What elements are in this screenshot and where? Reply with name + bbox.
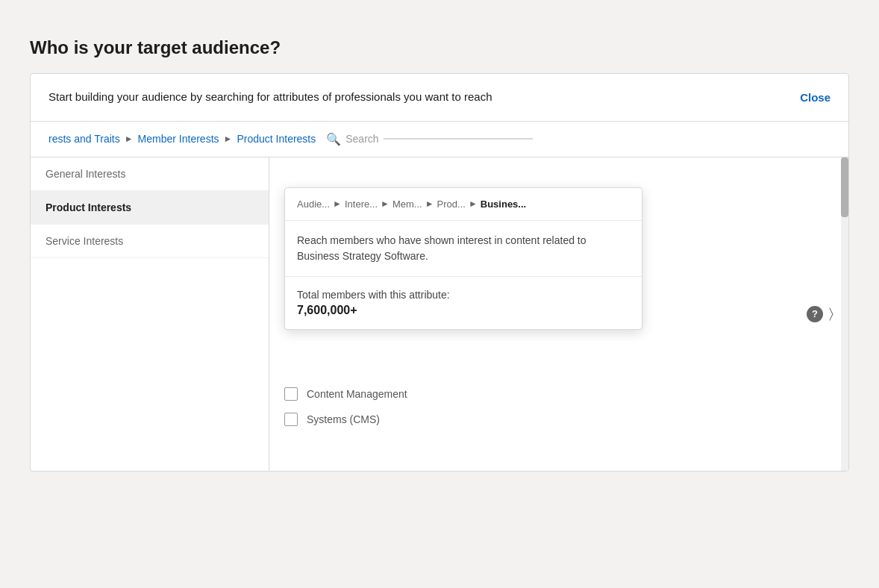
tooltip-bc-audie: Audie... <box>297 198 330 210</box>
page-wrapper: Who is your target audience? Start build… <box>15 15 864 588</box>
close-button[interactable]: Close <box>800 91 830 104</box>
breadcrumb-item-interests[interactable]: rests and Traits <box>49 133 120 145</box>
chevron-right-icon[interactable]: 〉 <box>829 306 833 322</box>
tooltip-desc-text: Reach members who have shown interest in… <box>297 234 586 262</box>
search-placeholder-text: Search <box>345 133 378 145</box>
breadcrumb-item-member[interactable]: Member Interests <box>138 133 219 145</box>
page-title: Who is your target audience? <box>30 37 849 58</box>
tooltip-bc-intere: Intere... <box>345 198 378 210</box>
right-items: Content Management Systems (CMS) <box>269 374 848 440</box>
item-label-cms1: Content Management <box>307 388 407 400</box>
main-card: Start building your audience by searchin… <box>30 73 849 472</box>
breadcrumb-item-product[interactable]: Product Interests <box>237 133 316 145</box>
search-underline <box>384 138 533 140</box>
breadcrumb-sep-1: ► <box>125 134 134 144</box>
main-content: Audie... ► Intere... ► Mem... ► Prod... … <box>269 157 848 471</box>
tooltip-description: Reach members who have shown interest in… <box>285 221 642 277</box>
help-icon[interactable]: ? <box>807 306 823 322</box>
tooltip-sep-1: ► <box>333 198 342 209</box>
item-checkbox-cms[interactable] <box>284 387 298 401</box>
nav-arrow-area: ? 〉 <box>807 306 833 322</box>
header-description: Start building your audience by searchin… <box>49 89 492 106</box>
sidebar-item-general[interactable]: General Interests <box>31 157 269 191</box>
sidebar-item-service[interactable]: Service Interests <box>31 225 269 258</box>
tooltip-stats-label: Total members with this attribute: <box>297 289 630 301</box>
tooltip-breadcrumb: Audie... ► Intere... ► Mem... ► Prod... … <box>285 188 642 221</box>
item-label-cms2: Systems (CMS) <box>307 413 380 425</box>
tooltip-sep-3: ► <box>425 198 434 209</box>
tooltip-sep-4: ► <box>469 198 478 209</box>
content-area: General Interests Product Interests Serv… <box>31 157 848 471</box>
list-item: Content Management <box>284 381 833 407</box>
breadcrumb-sep-2: ► <box>224 134 233 144</box>
tooltip-stats-count: 7,600,000+ <box>297 304 630 317</box>
sidebar: General Interests Product Interests Serv… <box>31 157 269 471</box>
tooltip-bc-mem: Mem... <box>392 198 422 210</box>
search-area: 🔍 Search <box>326 132 532 146</box>
scrollbar-thumb[interactable] <box>841 157 848 217</box>
sidebar-item-product[interactable]: Product Interests <box>31 191 269 225</box>
breadcrumb-bar: rests and Traits ► Member Interests ► Pr… <box>31 122 848 157</box>
item-checkbox-cms2[interactable] <box>284 413 298 426</box>
tooltip-sep-2: ► <box>381 198 390 209</box>
card-header: Start building your audience by searchin… <box>31 74 848 122</box>
list-item: Systems (CMS) <box>284 407 833 432</box>
tooltip-bc-prod: Prod... <box>437 198 466 210</box>
tooltip-popup: Audie... ► Intere... ► Mem... ► Prod... … <box>284 187 642 330</box>
search-icon: 🔍 <box>326 132 341 146</box>
tooltip-bc-busines: Busines... <box>481 198 526 210</box>
tooltip-stats: Total members with this attribute: 7,600… <box>285 277 642 329</box>
scrollbar-track <box>841 157 848 471</box>
